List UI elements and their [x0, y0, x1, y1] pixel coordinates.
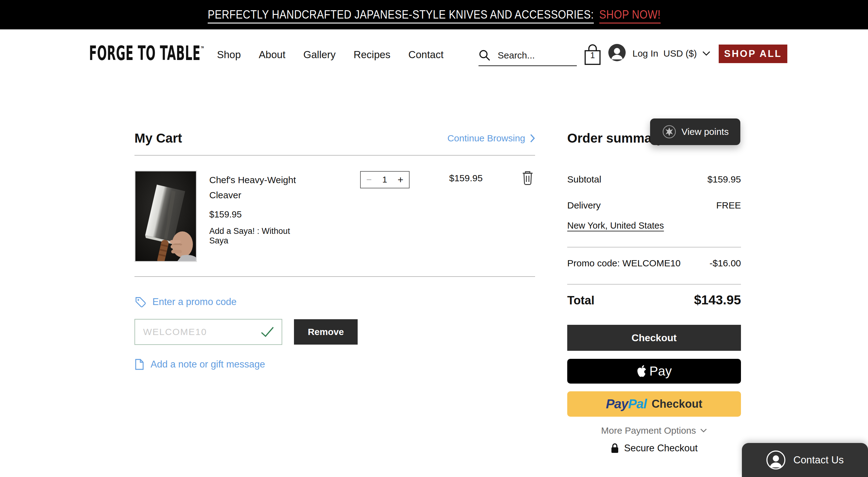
subtotal-row: Subtotal $159.95 — [567, 174, 741, 185]
paypal-checkout-label: Checkout — [652, 397, 702, 411]
checkout-button[interactable]: Checkout — [567, 325, 741, 351]
paypal-logo-pal: Pal — [628, 396, 647, 411]
total-label: Total — [567, 294, 594, 307]
quantity-decrease-button[interactable]: − — [366, 175, 372, 185]
chevron-right-icon — [530, 134, 535, 143]
shop-now-link[interactable]: SHOP NOW! — [599, 8, 660, 21]
more-payment-options[interactable]: More Payment Options — [567, 425, 741, 436]
search-input[interactable]: Search... — [478, 45, 577, 66]
note-icon — [134, 359, 144, 370]
contact-us-widget[interactable]: Contact Us — [742, 443, 868, 477]
delivery-value: FREE — [716, 200, 741, 211]
line-item-price: $159.95 — [449, 173, 483, 183]
nav-item-gallery[interactable]: Gallery — [303, 49, 336, 61]
account-button[interactable] — [608, 43, 626, 62]
promo-banner-text-wrap: PERFECTLY HANDCRAFTED JAPANESE-STYLE KNI… — [208, 8, 660, 21]
promo-banner: PERFECTLY HANDCRAFTED JAPANESE-STYLE KNI… — [0, 0, 868, 29]
divider — [567, 284, 741, 285]
nav-item-about[interactable]: About — [259, 49, 285, 61]
search-placeholder: Search... — [498, 50, 535, 61]
nav-item-recipes[interactable]: Recipes — [353, 49, 391, 61]
nav-item-shop[interactable]: Shop — [217, 49, 241, 61]
search-icon — [478, 49, 491, 62]
product-option: Add a Saya! : Without Saya — [209, 227, 305, 246]
promo-applied-check-icon — [260, 326, 274, 337]
delivery-location-link[interactable]: New York, United States — [567, 220, 664, 231]
trash-icon — [522, 171, 534, 186]
quantity-stepper[interactable]: − 1 + — [360, 171, 410, 188]
account-icon — [608, 43, 626, 62]
quantity-increase-button[interactable]: + — [398, 174, 403, 186]
shop-all-button[interactable]: SHOP ALL — [719, 44, 787, 63]
cart-button[interactable]: 1 — [583, 43, 602, 66]
delivery-label: Delivery — [567, 200, 600, 211]
page-title: My Cart — [134, 131, 182, 146]
chevron-down-icon — [700, 428, 707, 433]
product-title[interactable]: Chef's Heavy-Weight Cleaver — [209, 172, 305, 203]
promo-code-value: WELCOME10 — [143, 327, 207, 337]
add-note-link[interactable]: Add a note or gift message — [134, 359, 535, 370]
main-nav: Shop About Gallery Recipes Contact — [217, 49, 443, 61]
logo-text: FORGE TO TABLE — [89, 42, 200, 65]
more-payment-options-label: More Payment Options — [601, 425, 696, 436]
apple-logo-icon — [637, 365, 647, 378]
login-link[interactable]: Log In — [632, 48, 658, 59]
cart-section: My Cart Continue Browsing — [134, 131, 535, 370]
product-image[interactable] — [134, 171, 197, 262]
view-points-button[interactable]: View points — [650, 118, 740, 145]
quantity-value[interactable]: 1 — [382, 175, 387, 185]
currency-selector[interactable]: USD ($) — [663, 48, 710, 59]
nav-item-contact[interactable]: Contact — [408, 49, 443, 61]
remove-promo-button[interactable]: Remove — [294, 319, 358, 345]
total-row: Total $143.95 — [567, 293, 741, 307]
secure-checkout-note: Secure Checkout — [567, 443, 741, 454]
paypal-logo: PayPal — [606, 396, 647, 411]
price-tag-icon — [134, 296, 146, 308]
divider — [134, 155, 535, 156]
promo-summary-row: Promo code: WELCOME10 -$16.00 — [567, 258, 741, 269]
product-price: $159.95 — [209, 209, 305, 220]
contact-person-icon — [766, 450, 786, 470]
paypal-logo-pay: Pay — [606, 396, 628, 411]
subtotal-label: Subtotal — [567, 174, 601, 185]
promo-code-input[interactable]: WELCOME10 — [134, 319, 282, 345]
product-photo — [135, 171, 196, 261]
paypal-checkout-button[interactable]: PayPal Checkout — [567, 391, 741, 417]
promo-code-link[interactable]: Enter a promo code — [134, 296, 535, 308]
apple-pay-label: Pay — [649, 364, 672, 379]
currency-value: USD ($) — [663, 48, 697, 59]
order-summary-section: Order summary Subtotal $159.95 Delivery … — [567, 131, 741, 454]
promo-row-value: -$16.00 — [709, 258, 741, 269]
cart-item: Chef's Heavy-Weight Cleaver $159.95 Add … — [134, 171, 535, 263]
points-star-icon — [662, 124, 677, 139]
cart-count-badge: 1 — [583, 51, 602, 60]
view-points-label: View points — [682, 126, 729, 137]
logo[interactable]: FORGE TO TABLE™ — [89, 43, 204, 63]
logo-trademark: ™ — [200, 45, 205, 53]
continue-browsing-label: Continue Browsing — [447, 133, 525, 144]
lock-icon — [611, 443, 619, 454]
currency-chevron-down-icon — [702, 51, 710, 56]
promo-row-label: Promo code: WELCOME10 — [567, 258, 681, 269]
divider — [567, 247, 741, 247]
add-note-link-label: Add a note or gift message — [151, 359, 265, 370]
apple-pay-button[interactable]: Pay — [567, 359, 741, 384]
promo-banner-text: PERFECTLY HANDCRAFTED JAPANESE-STYLE KNI… — [208, 8, 593, 21]
contact-us-label: Contact Us — [793, 454, 844, 466]
subtotal-value: $159.95 — [708, 174, 741, 185]
secure-checkout-label: Secure Checkout — [624, 443, 698, 454]
divider — [134, 276, 535, 277]
continue-browsing-link[interactable]: Continue Browsing — [447, 133, 535, 144]
total-value: $143.95 — [694, 293, 741, 307]
remove-item-button[interactable] — [522, 171, 534, 186]
delivery-row: Delivery FREE — [567, 200, 741, 211]
promo-code-link-label: Enter a promo code — [152, 296, 237, 307]
